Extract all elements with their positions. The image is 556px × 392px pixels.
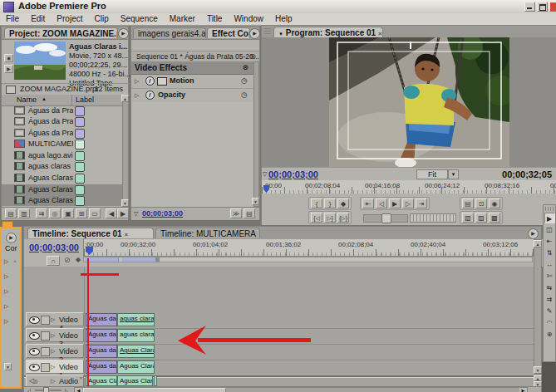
play-in-to-out-icon[interactable]: {▷} [337,213,349,223]
tab-source-clip[interactable]: imagens gerais4.avi [133,27,206,38]
zoom-in-icon[interactable]: ◺ [65,387,69,392]
pen-tool-icon[interactable]: ✎ [544,306,555,316]
scroll-down-icon[interactable]: ▼ [4,363,12,370]
shuttle-thumb[interactable] [381,213,391,223]
minimize-button[interactable] [524,2,535,12]
toggle-track-output-icon[interactable] [29,364,40,371]
menu-clip[interactable]: Clip [88,14,114,23]
shuttle-slider[interactable] [363,214,408,223]
list-item[interactable]: Águas da Prat... [2,128,122,139]
work-area-bar[interactable] [83,257,533,262]
tab-timeline-multicamera[interactable]: Timeline: MULTICAMERA [155,228,260,238]
zoom-level-dropdown-icon[interactable]: ▼ [448,169,459,179]
sync-lock-toggle[interactable] [41,331,50,341]
scroll-down-icon[interactable]: ▼ [534,366,542,374]
slip-tool-icon[interactable]: ⇆ [544,282,555,293]
expand-track-icon[interactable]: ▷ [51,316,55,323]
poster-frame-icon[interactable]: ◉ [4,54,13,62]
step-back-icon[interactable]: ◁ [376,198,387,208]
program-playhead-icon[interactable] [263,185,269,193]
column-label[interactable]: Label [76,96,94,104]
hscroll-left-icon[interactable]: ◀ [75,388,82,392]
scroll-up-icon[interactable]: ▲ [121,95,129,102]
hide-effects-icon[interactable]: ⊗ [249,52,256,61]
collapse-icon[interactable]: ▽ [263,171,267,178]
slide-tool-icon[interactable]: ⇉ [544,294,555,305]
fx-enabled-icon[interactable]: f [145,76,155,86]
timeline-clip[interactable]: Águas da P [86,313,117,326]
column-name[interactable]: Name [17,96,37,104]
label-swatch[interactable] [75,129,85,139]
track-header-video4[interactable]: ▷ Video 4 [26,312,84,326]
menu-file[interactable]: File [0,14,25,23]
menu-sequence[interactable]: Sequence [115,14,164,23]
expand-track-icon[interactable]: ▷ [51,332,55,339]
play-out-icon[interactable]: ▷} [324,213,336,223]
selection-tool-icon[interactable]: ▶ [544,213,555,223]
menu-window[interactable]: Window [228,14,269,23]
close-tab-icon[interactable]: × [124,231,128,238]
scroll-up-icon[interactable]: ▲ [12,258,17,263]
hscroll-thumb[interactable] [83,388,226,392]
reset-effects-icon[interactable]: ⊗ [242,63,248,71]
timeline-clip[interactable]: Águas da P [86,360,117,374]
rolling-edit-tool-icon[interactable]: ⇅ [544,247,555,258]
menu-title[interactable]: Title [201,14,229,23]
trim-icon[interactable]: ⊡ [475,198,487,208]
set-in-point-icon[interactable]: { [311,198,322,208]
set-marker-icon[interactable]: ◆ [76,256,81,263]
timeline-clip[interactable]: Aguas Claras [117,345,155,358]
sort-asc-icon[interactable]: ▲ [42,96,47,101]
expand-track-icon[interactable]: ▷ [51,348,55,355]
snap-icon[interactable]: ∩ [47,256,60,266]
toggle-track-output-icon[interactable] [29,332,40,340]
list-item[interactable]: agua lago.avi [2,150,122,161]
label-swatch[interactable] [75,140,85,149]
track-header-audio1[interactable]: ◁)) ▷ Audio 1 × [26,375,84,387]
ripple-edit-tool-icon[interactable]: ⇤ [544,236,555,247]
play-icon[interactable]: ▶ [389,198,401,208]
expand-track-icon[interactable]: ▷ [51,378,55,385]
safe-margins-icon[interactable]: ▨ [475,213,487,223]
toggle-track-output-icon[interactable] [29,348,40,355]
work-area-segment[interactable] [122,257,155,262]
next-icon[interactable]: ▶ [117,208,129,218]
list-item[interactable]: Águas da Prat... [2,105,122,116]
toggle-track-audio-icon[interactable]: ◁)) [29,377,37,385]
list-view-icon[interactable]: ▤ [5,208,17,218]
work-area-segment[interactable] [85,257,119,262]
track-header-video2[interactable]: ▷ Video 2 [26,344,84,358]
list-item-selected[interactable]: Aguas Claras i [2,195,122,206]
tab-timeline-sequence01[interactable]: Timeline: Sequence 01 × [27,228,154,238]
work-area-end-handle[interactable] [155,257,160,262]
twirl-icon[interactable]: ▷ [4,273,8,280]
play-around-icon[interactable]: ≫ [230,208,242,218]
scroll-up-icon[interactable]: ▲ [534,240,542,247]
output-icon[interactable]: ◉ [489,198,500,208]
timeline-clip[interactable]: Águas da P [86,345,117,358]
hand-tool-icon[interactable]: ◠ [544,317,555,328]
multicam-view-icon[interactable]: ▩ [489,213,500,223]
video-effects-header[interactable]: Video Effects ⊗ [131,61,253,75]
close-tab-icon[interactable]: × [378,30,382,37]
timeline-clip[interactable]: aguas claras [117,329,155,342]
program-ruler[interactable]: 00;00 00;02;08;04 00;04;16;08 00;06;24;1… [262,180,556,194]
timeline-ruler[interactable]: ;00;00 00;00;32;00 00;01;04;02 00;01;36;… [83,239,534,257]
zoom-tool-icon[interactable]: ⊕ [544,329,555,340]
list-item[interactable]: aguas claras in [2,161,122,172]
loop-icon[interactable]: ▧ [462,213,474,223]
timeline-audio-clip[interactable]: Aguas Clara [86,375,117,386]
tab-effect-controls[interactable]: Effect Control [207,27,250,38]
set-marker-icon[interactable]: ◆ [337,198,349,208]
timeline-clip[interactable]: Águas da P [86,329,117,342]
timeline-timecode[interactable]: 00;00;03;00 [29,243,79,252]
goto-out-icon[interactable]: ⇥ [416,198,427,208]
timeline-clip[interactable]: Aguas Claras [117,360,155,374]
label-swatch[interactable] [75,117,85,127]
twirl-icon[interactable]: ▷ [4,258,8,265]
panel-menu-icon[interactable]: ▶ [249,28,260,39]
track-header-video3[interactable]: ▷ Video 3 [26,328,84,342]
encore-marker-icon[interactable]: ⊘ [64,256,71,264]
panel-menu-icon[interactable]: ▶ [6,233,17,243]
menu-help[interactable]: Help [269,14,298,23]
